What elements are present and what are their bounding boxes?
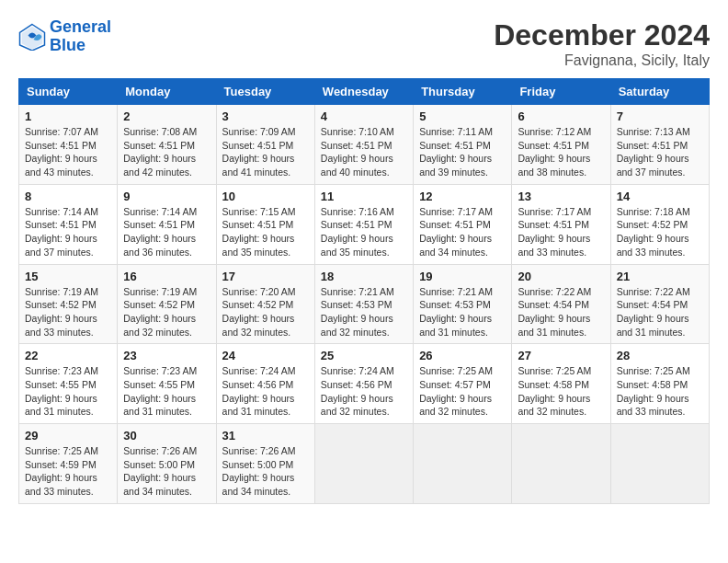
weekday-header-sunday: Sunday xyxy=(19,79,118,105)
day-number: 6 xyxy=(518,109,604,123)
day-info: Sunrise: 7:25 AMSunset: 4:57 PMDaylight:… xyxy=(419,365,493,417)
day-number: 24 xyxy=(222,349,309,362)
weekday-header-tuesday: Tuesday xyxy=(216,79,314,105)
logo-text: General Blue xyxy=(50,18,111,55)
day-number: 26 xyxy=(419,349,506,362)
calendar-cell: 17 Sunrise: 7:20 AMSunset: 4:52 PMDaylig… xyxy=(216,264,314,344)
calendar-cell: 1 Sunrise: 7:07 AMSunset: 4:51 PMDayligh… xyxy=(19,105,118,185)
weekday-header-monday: Monday xyxy=(118,79,216,105)
calendar-cell xyxy=(314,424,413,504)
title-area: December 2024 Favignana, Sicily, Italy xyxy=(494,18,710,69)
day-number: 5 xyxy=(419,109,506,123)
day-info: Sunrise: 7:23 AMSunset: 4:55 PMDaylight:… xyxy=(123,365,197,417)
calendar-cell: 2 Sunrise: 7:08 AMSunset: 4:51 PMDayligh… xyxy=(118,105,216,185)
day-number: 20 xyxy=(518,270,604,283)
day-info: Sunrise: 7:25 AMSunset: 4:58 PMDaylight:… xyxy=(617,365,690,417)
calendar-cell: 20 Sunrise: 7:22 AMSunset: 4:54 PMDaylig… xyxy=(512,264,610,344)
calendar-cell: 29 Sunrise: 7:25 AMSunset: 4:59 PMDaylig… xyxy=(19,424,118,504)
calendar-cell: 24 Sunrise: 7:24 AMSunset: 4:56 PMDaylig… xyxy=(216,344,314,424)
weekday-header-row: SundayMondayTuesdayWednesdayThursdayFrid… xyxy=(19,79,710,105)
day-info: Sunrise: 7:14 AMSunset: 4:51 PMDaylight:… xyxy=(25,206,98,258)
day-number: 10 xyxy=(222,190,309,203)
day-number: 9 xyxy=(123,190,210,203)
day-info: Sunrise: 7:22 AMSunset: 4:54 PMDaylight:… xyxy=(518,286,591,338)
calendar-cell: 11 Sunrise: 7:16 AMSunset: 4:51 PMDaylig… xyxy=(314,184,413,264)
day-number: 4 xyxy=(321,109,407,123)
calendar-cell: 8 Sunrise: 7:14 AMSunset: 4:51 PMDayligh… xyxy=(19,184,118,264)
day-number: 14 xyxy=(617,190,703,203)
day-number: 11 xyxy=(321,190,407,203)
calendar-cell: 3 Sunrise: 7:09 AMSunset: 4:51 PMDayligh… xyxy=(216,105,314,185)
calendar-cell: 19 Sunrise: 7:21 AMSunset: 4:53 PMDaylig… xyxy=(414,264,512,344)
day-info: Sunrise: 7:07 AMSunset: 4:51 PMDaylight:… xyxy=(25,126,98,178)
calendar-cell: 7 Sunrise: 7:13 AMSunset: 4:51 PMDayligh… xyxy=(610,105,709,185)
calendar-cell: 27 Sunrise: 7:25 AMSunset: 4:58 PMDaylig… xyxy=(512,344,610,424)
day-number: 29 xyxy=(25,429,111,442)
day-info: Sunrise: 7:10 AMSunset: 4:51 PMDaylight:… xyxy=(321,126,394,178)
day-number: 28 xyxy=(617,349,703,362)
calendar-cell: 14 Sunrise: 7:18 AMSunset: 4:52 PMDaylig… xyxy=(610,184,709,264)
day-number: 17 xyxy=(222,270,309,283)
weekday-header-friday: Friday xyxy=(512,79,610,105)
day-info: Sunrise: 7:19 AMSunset: 4:52 PMDaylight:… xyxy=(123,286,197,338)
day-info: Sunrise: 7:24 AMSunset: 4:56 PMDaylight:… xyxy=(321,365,394,417)
week-row-2: 8 Sunrise: 7:14 AMSunset: 4:51 PMDayligh… xyxy=(19,184,710,264)
calendar-cell: 12 Sunrise: 7:17 AMSunset: 4:51 PMDaylig… xyxy=(414,184,512,264)
calendar-cell: 21 Sunrise: 7:22 AMSunset: 4:54 PMDaylig… xyxy=(610,264,709,344)
day-info: Sunrise: 7:16 AMSunset: 4:51 PMDaylight:… xyxy=(321,206,394,258)
calendar-cell: 18 Sunrise: 7:21 AMSunset: 4:53 PMDaylig… xyxy=(314,264,413,344)
calendar-cell: 31 Sunrise: 7:26 AMSunset: 5:00 PMDaylig… xyxy=(216,424,314,504)
calendar-cell: 6 Sunrise: 7:12 AMSunset: 4:51 PMDayligh… xyxy=(512,105,610,185)
day-number: 22 xyxy=(25,349,111,362)
day-info: Sunrise: 7:21 AMSunset: 4:53 PMDaylight:… xyxy=(419,286,493,338)
day-number: 2 xyxy=(123,109,210,123)
day-number: 27 xyxy=(518,349,604,362)
calendar-cell: 4 Sunrise: 7:10 AMSunset: 4:51 PMDayligh… xyxy=(314,105,413,185)
day-number: 8 xyxy=(25,190,111,203)
calendar-cell: 10 Sunrise: 7:15 AMSunset: 4:51 PMDaylig… xyxy=(216,184,314,264)
calendar-cell: 26 Sunrise: 7:25 AMSunset: 4:57 PMDaylig… xyxy=(414,344,512,424)
day-number: 13 xyxy=(518,190,604,203)
calendar-table: SundayMondayTuesdayWednesdayThursdayFrid… xyxy=(18,78,710,504)
week-row-1: 1 Sunrise: 7:07 AMSunset: 4:51 PMDayligh… xyxy=(19,105,710,185)
day-number: 1 xyxy=(25,109,111,123)
week-row-5: 29 Sunrise: 7:25 AMSunset: 4:59 PMDaylig… xyxy=(19,424,710,504)
calendar-cell: 25 Sunrise: 7:24 AMSunset: 4:56 PMDaylig… xyxy=(314,344,413,424)
calendar-cell: 15 Sunrise: 7:19 AMSunset: 4:52 PMDaylig… xyxy=(19,264,118,344)
calendar-cell: 5 Sunrise: 7:11 AMSunset: 4:51 PMDayligh… xyxy=(414,105,512,185)
day-number: 3 xyxy=(222,109,309,123)
calendar-cell: 28 Sunrise: 7:25 AMSunset: 4:58 PMDaylig… xyxy=(610,344,709,424)
calendar-cell: 23 Sunrise: 7:23 AMSunset: 4:55 PMDaylig… xyxy=(118,344,216,424)
day-info: Sunrise: 7:14 AMSunset: 4:51 PMDaylight:… xyxy=(123,206,197,258)
weekday-header-wednesday: Wednesday xyxy=(314,79,413,105)
weekday-header-thursday: Thursday xyxy=(414,79,512,105)
weekday-header-saturday: Saturday xyxy=(610,79,709,105)
week-row-3: 15 Sunrise: 7:19 AMSunset: 4:52 PMDaylig… xyxy=(19,264,710,344)
day-info: Sunrise: 7:26 AMSunset: 5:00 PMDaylight:… xyxy=(123,445,197,497)
day-number: 23 xyxy=(123,349,210,362)
calendar-cell xyxy=(512,424,610,504)
day-info: Sunrise: 7:22 AMSunset: 4:54 PMDaylight:… xyxy=(617,286,690,338)
day-number: 31 xyxy=(222,429,309,442)
day-info: Sunrise: 7:08 AMSunset: 4:51 PMDaylight:… xyxy=(123,126,197,178)
day-number: 15 xyxy=(25,270,111,283)
calendar-cell: 22 Sunrise: 7:23 AMSunset: 4:55 PMDaylig… xyxy=(19,344,118,424)
calendar-cell: 30 Sunrise: 7:26 AMSunset: 5:00 PMDaylig… xyxy=(118,424,216,504)
day-info: Sunrise: 7:17 AMSunset: 4:51 PMDaylight:… xyxy=(419,206,493,258)
day-number: 30 xyxy=(123,429,210,442)
month-title: December 2024 xyxy=(494,18,710,52)
logo-icon xyxy=(18,23,46,51)
day-info: Sunrise: 7:13 AMSunset: 4:51 PMDaylight:… xyxy=(617,126,690,178)
page-header: General Blue December 2024 Favignana, Si… xyxy=(18,18,710,69)
day-info: Sunrise: 7:18 AMSunset: 4:52 PMDaylight:… xyxy=(617,206,690,258)
calendar-cell xyxy=(414,424,512,504)
day-info: Sunrise: 7:11 AMSunset: 4:51 PMDaylight:… xyxy=(419,126,493,178)
calendar-cell xyxy=(610,424,709,504)
day-number: 12 xyxy=(419,190,506,203)
location-subtitle: Favignana, Sicily, Italy xyxy=(494,52,710,69)
logo: General Blue xyxy=(18,18,111,55)
day-number: 7 xyxy=(617,109,703,123)
day-info: Sunrise: 7:17 AMSunset: 4:51 PMDaylight:… xyxy=(518,206,591,258)
day-number: 25 xyxy=(321,349,407,362)
calendar-cell: 16 Sunrise: 7:19 AMSunset: 4:52 PMDaylig… xyxy=(118,264,216,344)
